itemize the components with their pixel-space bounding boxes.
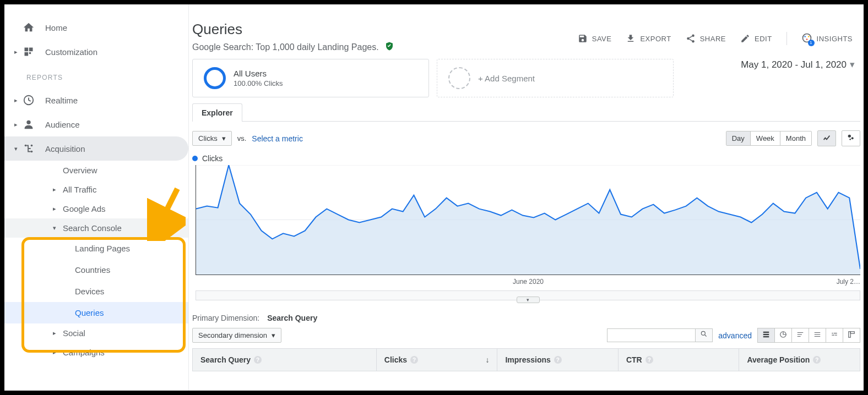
advanced-filter-link[interactable]: advanced [718,331,752,340]
svg-point-9 [692,35,695,37]
chevron-down-icon: ▾ [222,134,226,142]
primary-dimension-label: Primary Dimension: [192,314,259,322]
chart-type-motion-button[interactable] [842,130,860,146]
insights-icon: 1 [801,32,812,45]
subnav-social[interactable]: ▸ Social [4,323,188,343]
granularity-day[interactable]: Day [726,131,751,145]
view-table-button[interactable] [758,328,775,342]
insights-button[interactable]: 1 INSIGHTS [801,32,853,45]
subnav-google-ads-label: Google Ads [63,204,106,213]
subnav-search-console-label: Search Console [63,223,122,233]
svg-point-8 [31,151,33,153]
page-title: Queries [192,21,578,38]
sidebar: Home ▸ Customization REPORTS ▸ Realtime … [4,4,189,391]
table-search [607,328,713,342]
granularity-month[interactable]: Month [780,131,811,145]
chart-svg [196,165,860,275]
help-icon[interactable]: ? [645,356,653,364]
subnav-campaigns[interactable]: ▸ Campaigns [4,343,188,362]
select-metric-link[interactable]: Select a metric [252,134,303,143]
tab-explorer[interactable]: Explorer [192,103,242,122]
vs-label: vs. [237,134,247,142]
time-range-slider[interactable]: ▾ [196,290,860,300]
subnav-google-ads[interactable]: ▸ Google Ads [4,199,188,218]
main-content: Queries Google Search: Top 1,000 daily L… [189,4,864,391]
svg-point-18 [849,139,851,140]
view-performance-button[interactable] [792,328,809,342]
help-icon[interactable]: ? [554,356,562,364]
svg-point-10 [687,37,690,40]
table-search-button[interactable] [695,328,713,342]
slider-handle-icon[interactable]: ▾ [517,297,540,303]
svg-point-7 [31,145,33,147]
table-search-input[interactable] [607,328,695,342]
metric-dropdown[interactable]: Clicks ▾ [192,131,232,146]
view-pie-button[interactable] [775,328,792,342]
shield-icon [384,41,394,53]
column-avg-position[interactable]: Average Position ? [739,349,860,371]
svg-point-17 [851,137,854,139]
help-icon[interactable]: ? [410,356,418,364]
legend-label: Clicks [202,154,223,163]
column-clicks[interactable]: Clicks ? ↓ [377,349,498,371]
granularity-week[interactable]: Week [751,131,780,145]
svg-rect-0 [25,48,29,52]
subnav-overview[interactable]: Overview [4,161,188,180]
save-button[interactable]: SAVE [578,34,612,43]
subnav-all-traffic[interactable]: ▸ All Traffic [4,180,188,199]
svg-point-5 [26,120,30,124]
share-button[interactable]: SHARE [686,34,726,43]
nav-home-label: Home [45,23,67,32]
svg-point-14 [808,36,810,37]
view-pivot-button[interactable] [843,328,860,342]
add-segment-label: + Add Segment [478,74,535,83]
secondary-dimension-dropdown[interactable]: Secondary dimension ▾ [192,328,281,343]
chevron-down-icon: ▾ [850,59,855,70]
x-tick-end: July 2… [837,278,860,286]
date-range-picker[interactable]: May 1, 2020 - Jul 1, 2020 ▾ [741,59,860,70]
subsubnav-devices[interactable]: Devices [4,281,188,302]
primary-dimension-value[interactable]: Search Query [267,314,317,322]
chevron-right-icon: ▸ [53,186,58,193]
view-term-cloud-button[interactable] [826,328,843,342]
person-icon [22,118,35,131]
nav-home[interactable]: Home [4,15,188,40]
edit-button[interactable]: EDIT [740,34,772,43]
help-icon[interactable]: ? [813,356,821,364]
column-ctr[interactable]: CTR ? [619,349,740,371]
subsubnav-landing-pages[interactable]: Landing Pages [4,238,188,259]
add-segment-button[interactable]: + Add Segment [437,59,674,97]
chevron-right-icon: ▸ [53,205,58,212]
nav-acquisition[interactable]: ▾ Acquisition [4,136,188,161]
nav-audience-label: Audience [45,120,80,129]
nav-realtime[interactable]: ▸ Realtime [4,88,188,112]
table-view-toggles [757,328,860,343]
chevron-down-icon: ▾ [13,145,19,152]
subsubnav-queries[interactable]: Queries [4,302,188,323]
export-button[interactable]: EXPORT [626,34,671,43]
tabs: Explorer [192,103,860,122]
column-search-query[interactable]: Search Query ? [193,349,377,371]
page-subtitle: Google Search: Top 1,000 daily Landing P… [192,42,379,52]
line-chart[interactable]: 200 100 June 2020 July 2… [196,165,860,275]
help-icon[interactable]: ? [254,356,262,364]
nav-audience[interactable]: ▸ Audience [4,112,188,136]
subnav-overview-label: Overview [63,166,97,175]
nav-acquisition-label: Acquisition [45,144,85,153]
chart-type-line-button[interactable] [817,130,836,146]
chevron-right-icon: ▸ [13,97,19,104]
subnav-search-console[interactable]: ▾ Search Console [4,218,188,238]
nav-customization[interactable]: ▸ Customization [4,40,188,64]
reports-section-label: REPORTS [4,64,188,88]
subsubnav-countries[interactable]: Countries [4,259,188,281]
header-actions: SAVE EXPORT SHARE EDIT [578,32,853,45]
subnav-all-traffic-label: All Traffic [63,185,96,194]
svg-rect-3 [29,52,31,54]
segment-all-users[interactable]: All Users 100.00% Clicks [192,59,429,97]
segment-circle-icon [204,67,226,89]
clock-icon [22,94,35,107]
column-impressions[interactable]: Impressions ? [497,349,619,371]
svg-rect-24 [850,332,854,334]
view-comparison-button[interactable] [809,328,826,342]
search-icon [700,330,708,338]
